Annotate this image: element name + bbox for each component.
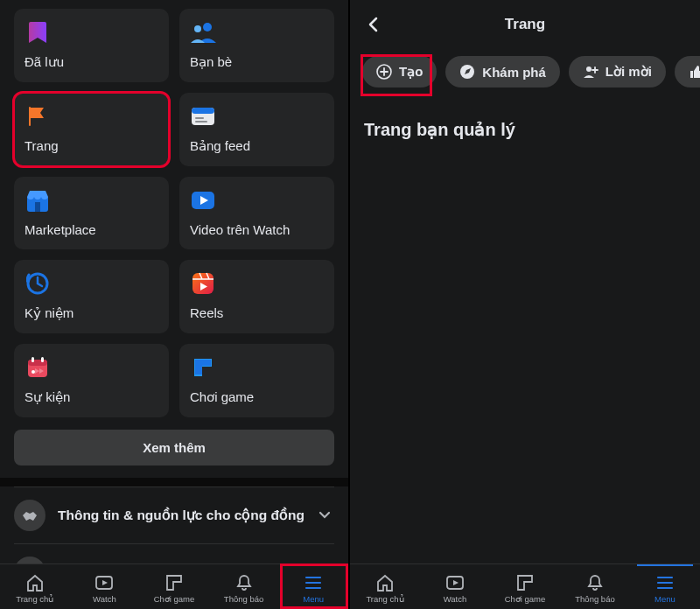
menu-card-feeds[interactable]: Bảng feed — [179, 93, 334, 166]
right-pane: Trang Tạo Khám phá Lời mời Tr — [350, 0, 700, 609]
chip-discover[interactable]: Khám phá — [445, 56, 560, 88]
svg-rect-7 — [35, 202, 40, 212]
clock-icon — [24, 270, 51, 297]
menu-label: Video trên Watch — [190, 222, 324, 237]
menu-label: Bạn bè — [190, 54, 324, 70]
menu-label: Đã lưu — [24, 54, 158, 70]
marketplace-icon — [24, 187, 51, 214]
tab-home[interactable]: Trang chủ — [0, 564, 70, 609]
menu-label: Trang — [24, 138, 158, 153]
menu-card-gaming[interactable]: Chơi game — [179, 344, 334, 417]
accordion-label: Thông tin & nguồn lực cho cộng đồng — [58, 507, 306, 523]
menu-card-events[interactable]: Sự kiện — [14, 344, 169, 417]
gaming-tab-icon — [515, 573, 535, 592]
chip-create[interactable]: Tạo — [362, 56, 437, 88]
section-divider — [0, 478, 348, 486]
watch-tab-icon — [94, 573, 114, 592]
svg-rect-2 — [29, 107, 31, 126]
watch-icon — [190, 187, 216, 214]
svg-point-15 — [32, 370, 35, 374]
svg-point-21 — [586, 66, 592, 72]
svg-rect-6 — [195, 121, 207, 122]
svg-point-1 — [194, 25, 201, 32]
tab-notifications[interactable]: Thông báo — [209, 564, 279, 609]
menu-label: Reels — [190, 305, 324, 320]
tab-notifications[interactable]: Thông báo — [560, 564, 630, 609]
reels-icon — [190, 270, 216, 297]
thumbs-up-icon — [689, 64, 700, 80]
tab-label: Trang chủ — [366, 594, 403, 604]
chip-label: Tạo — [399, 64, 423, 80]
chip-row: Tạo Khám phá Lời mời Tr — [350, 49, 700, 94]
svg-point-0 — [203, 23, 212, 32]
menu-card-saved[interactable]: Đã lưu — [14, 9, 169, 82]
menu-card-pages[interactable]: Trang — [14, 93, 169, 166]
tab-label: Menu — [654, 594, 676, 604]
tabbar-right: Trang chủ Watch Chơi game Thông báo Menu — [350, 564, 700, 609]
pages-manage-heading: Trang bạn quản lý — [350, 94, 700, 164]
help-icon: ? — [14, 556, 46, 564]
plus-circle-icon — [376, 64, 392, 80]
chevron-down-icon — [318, 509, 334, 522]
tab-label: Chơi game — [154, 594, 195, 604]
back-button[interactable] — [360, 11, 387, 38]
tab-watch[interactable]: Watch — [70, 564, 140, 609]
menu-card-watch[interactable]: Video trên Watch — [179, 177, 334, 249]
left-pane: Đã lưu Bạn bè Trang Bản — [0, 0, 350, 609]
calendar-icon — [24, 354, 51, 381]
tab-label: Trang chủ — [16, 594, 53, 604]
chip-invites[interactable]: Lời mời — [569, 56, 666, 88]
menu-grid: Đã lưu Bạn bè Trang Bản — [14, 9, 334, 417]
bell-icon — [585, 573, 605, 592]
handshake-icon — [14, 500, 46, 531]
menu-card-reels[interactable]: Reels — [179, 260, 334, 333]
see-more-label: Xem thêm — [143, 440, 206, 455]
watch-tab-icon — [445, 573, 465, 592]
flag-icon — [24, 103, 51, 130]
bookmark-icon — [24, 19, 51, 46]
menu-card-friends[interactable]: Bạn bè — [179, 9, 334, 82]
tab-label: Thông báo — [575, 594, 614, 604]
menu-card-memories[interactable]: Kỷ niệm — [14, 260, 169, 333]
tab-label: Watch — [444, 594, 467, 604]
bell-icon — [234, 573, 254, 592]
accordion-help[interactable]: ? Trợ giúp & hỗ trợ — [14, 543, 334, 564]
menu-label: Chơi game — [190, 389, 324, 405]
menu-label: Bảng feed — [190, 138, 324, 154]
menu-label: Kỷ niệm — [24, 305, 158, 321]
chip-label: Khám phá — [482, 65, 546, 80]
accordion-community[interactable]: Thông tin & nguồn lực cho cộng đồng — [14, 486, 334, 543]
feed-icon — [190, 103, 216, 130]
menu-label: Marketplace — [24, 222, 158, 237]
menu-card-marketplace[interactable]: Marketplace — [14, 177, 169, 249]
tab-gaming[interactable]: Chơi game — [490, 564, 560, 609]
menu-label: Sự kiện — [24, 389, 158, 405]
right-empty — [350, 164, 700, 564]
home-icon — [25, 573, 45, 592]
right-header: Trang — [350, 0, 700, 49]
tab-label: Watch — [93, 594, 116, 604]
tab-label: Thông báo — [224, 594, 263, 604]
svg-rect-10 — [192, 273, 214, 294]
gaming-icon — [190, 354, 216, 381]
svg-rect-4 — [192, 108, 214, 114]
tab-gaming[interactable]: Chơi game — [139, 564, 209, 609]
person-plus-icon — [583, 64, 598, 80]
home-icon — [375, 573, 395, 592]
tab-menu[interactable]: Menu — [278, 564, 348, 609]
compass-icon — [459, 64, 475, 80]
hamburger-icon — [655, 573, 675, 592]
gaming-tab-icon — [164, 573, 184, 592]
tab-home[interactable]: Trang chủ — [350, 564, 420, 609]
tab-menu[interactable]: Menu — [630, 564, 700, 609]
svg-rect-12 — [28, 360, 47, 366]
friends-icon — [190, 19, 216, 46]
tab-label: Menu — [303, 594, 324, 604]
svg-rect-14 — [41, 357, 44, 362]
svg-rect-5 — [195, 117, 204, 119]
tab-watch[interactable]: Watch — [420, 564, 490, 609]
chip-liked[interactable]: Tr — [675, 56, 700, 88]
see-more-button[interactable]: Xem thêm — [14, 430, 334, 466]
menu-scroll: Đã lưu Bạn bè Trang Bản — [0, 0, 348, 564]
tab-label: Chơi game — [505, 594, 546, 604]
